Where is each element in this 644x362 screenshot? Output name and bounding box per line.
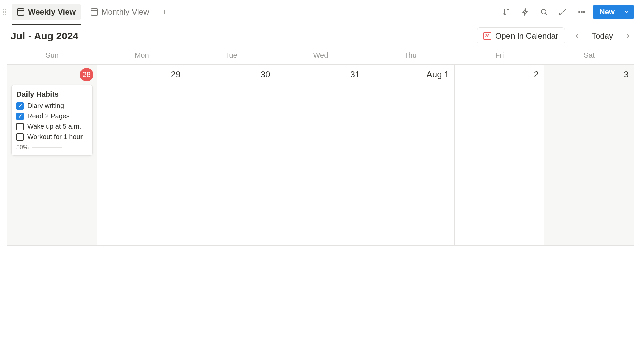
- today-button[interactable]: Today: [589, 29, 616, 43]
- tab-label: Weekly View: [28, 7, 76, 17]
- day-cell[interactable]: 2: [455, 65, 544, 245]
- card-title: Daily Habits: [16, 90, 88, 99]
- dow-label: Mon: [97, 48, 186, 64]
- new-button-label: New: [600, 8, 615, 16]
- day-number: 31: [350, 69, 360, 80]
- day-number: 28: [80, 68, 93, 81]
- checkbox[interactable]: [16, 102, 24, 110]
- search-button[interactable]: [537, 5, 551, 19]
- search-icon: [540, 8, 548, 16]
- lightning-icon: [521, 8, 529, 16]
- habit-label: Diary writing: [27, 102, 64, 110]
- checkbox[interactable]: [16, 113, 24, 120]
- filter-button[interactable]: [480, 5, 495, 19]
- habit-row: Diary writing: [16, 102, 88, 110]
- day-number: 30: [261, 69, 270, 80]
- calendar-date-icon: 28: [483, 32, 491, 40]
- add-view-button[interactable]: +: [159, 6, 171, 18]
- automations-button[interactable]: [518, 5, 533, 19]
- tab-label: Monthly View: [101, 7, 149, 17]
- day-cell[interactable]: 31: [276, 65, 366, 245]
- habit-label: Read 2 Pages: [27, 112, 70, 120]
- filter-icon: [484, 8, 492, 16]
- day-cell[interactable]: 28Daily HabitsDiary writingRead 2 PagesW…: [7, 65, 97, 245]
- day-of-week-header: Sun Mon Tue Wed Thu Fri Sat: [7, 48, 634, 65]
- dow-label: Tue: [186, 48, 276, 64]
- day-number: 3: [624, 69, 629, 80]
- checkbox[interactable]: [16, 123, 24, 130]
- expand-icon: [559, 8, 567, 16]
- day-number: Aug 1: [426, 69, 449, 80]
- day-cell[interactable]: Aug 1: [365, 65, 455, 245]
- dow-label: Sun: [7, 48, 97, 64]
- more-icon: [578, 8, 586, 16]
- sort-button[interactable]: [499, 5, 514, 19]
- calendar-icon: [17, 8, 24, 16]
- open-in-calendar-button[interactable]: 28 Open in Calendar: [477, 27, 565, 44]
- dow-label: Sat: [544, 48, 634, 64]
- chevron-left-icon: [574, 33, 580, 39]
- svg-point-0: [541, 9, 546, 14]
- habit-row: Workout for 1 hour: [16, 133, 88, 141]
- day-number: 29: [171, 69, 181, 80]
- new-button[interactable]: New: [593, 5, 634, 19]
- chevron-right-icon: [625, 33, 631, 39]
- dow-label: Wed: [276, 48, 366, 64]
- svg-point-2: [581, 11, 582, 13]
- svg-point-3: [583, 11, 585, 13]
- next-week-button[interactable]: [622, 30, 634, 42]
- habit-card[interactable]: Daily HabitsDiary writingRead 2 PagesWak…: [11, 85, 93, 156]
- more-button[interactable]: [574, 5, 589, 19]
- svg-point-1: [579, 11, 580, 13]
- day-cell[interactable]: 3: [544, 65, 634, 245]
- chevron-down-icon: [624, 9, 629, 15]
- drag-handle-icon[interactable]: [3, 9, 6, 15]
- day-cell[interactable]: 30: [186, 65, 276, 245]
- sort-icon: [502, 8, 511, 16]
- day-cell[interactable]: 29: [97, 65, 186, 245]
- tab-weekly-view[interactable]: Weekly View: [12, 4, 81, 20]
- habit-label: Wake up at 5 a.m.: [27, 123, 82, 130]
- prev-week-button[interactable]: [571, 30, 583, 42]
- dow-label: Thu: [365, 48, 455, 64]
- week-grid: 28Daily HabitsDiary writingRead 2 PagesW…: [7, 65, 634, 246]
- habit-row: Read 2 Pages: [16, 112, 88, 120]
- progress-bar: [32, 147, 62, 148]
- tab-monthly-view[interactable]: Monthly View: [85, 4, 154, 20]
- day-number: 2: [534, 69, 539, 80]
- habit-label: Workout for 1 hour: [27, 133, 83, 141]
- habit-row: Wake up at 5 a.m.: [16, 123, 88, 130]
- expand-button[interactable]: [555, 5, 570, 19]
- open-in-calendar-label: Open in Calendar: [495, 31, 558, 41]
- calendar-icon: [91, 8, 98, 16]
- dow-label: Fri: [455, 48, 544, 64]
- progress-row: 50%: [16, 144, 88, 151]
- new-button-dropdown[interactable]: [620, 5, 629, 19]
- progress-percent: 50%: [16, 144, 29, 151]
- page-title: Jul - Aug 2024: [7, 30, 471, 42]
- checkbox[interactable]: [16, 133, 24, 141]
